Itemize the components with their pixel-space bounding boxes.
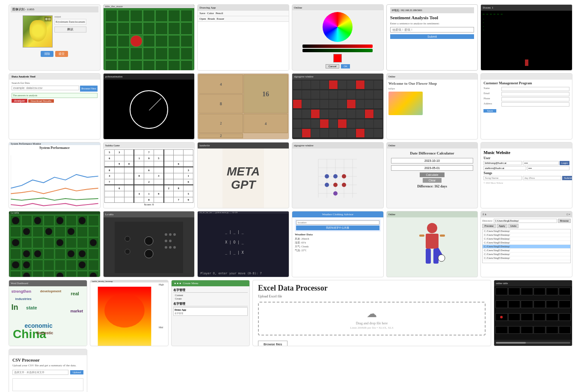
calculate-button[interactable]: Calculate bbox=[420, 172, 444, 177]
sudoku-cell[interactable] bbox=[174, 167, 184, 173]
sudoku-cell[interactable] bbox=[104, 185, 114, 191]
sudoku-cell[interactable] bbox=[124, 167, 134, 173]
sudoku-cell[interactable]: 3 bbox=[114, 150, 124, 155]
sudoku-cell[interactable] bbox=[174, 191, 184, 197]
drawing-canvas[interactable] bbox=[198, 22, 289, 70]
analyze-button[interactable]: Analyze bbox=[12, 99, 27, 103]
file-path-input[interactable] bbox=[12, 86, 79, 90]
sudoku-cell[interactable]: 9 bbox=[114, 161, 124, 167]
excel-drop-area[interactable]: ☁ Drag and drop file here Limit 200MB pe… bbox=[258, 302, 486, 336]
sudoku-cell[interactable] bbox=[164, 173, 174, 179]
download-button[interactable]: Download Results bbox=[28, 99, 54, 103]
sudoku-cell[interactable] bbox=[174, 150, 184, 155]
sudoku-cell[interactable] bbox=[114, 167, 124, 173]
sudoku-cell[interactable] bbox=[184, 155, 193, 161]
apply-button[interactable]: Apply bbox=[497, 224, 507, 228]
cancel-button[interactable]: Cancel bbox=[326, 64, 340, 68]
browse-button[interactable]: Browse Files bbox=[80, 86, 97, 92]
sudoku-cell[interactable]: 6 bbox=[184, 179, 193, 185]
file-item[interactable]: C:/Users/SingE/Desktop/ bbox=[483, 241, 570, 245]
sudoku-cell[interactable] bbox=[104, 191, 114, 197]
sudoku-cell[interactable] bbox=[114, 197, 124, 202]
file-item[interactable]: C:/Users/SingE/Desktop/ bbox=[483, 237, 570, 241]
sudoku-cell[interactable] bbox=[164, 191, 174, 197]
sudoku-cell[interactable]: 5 bbox=[184, 191, 193, 197]
location-input[interactable] bbox=[296, 220, 379, 225]
file-item[interactable]: C:/Users/SingE/Desktop/ bbox=[483, 249, 570, 252]
sudoku-cell[interactable]: 7 bbox=[104, 179, 114, 185]
sudoku-cell[interactable] bbox=[154, 197, 163, 202]
green-slider[interactable] bbox=[302, 49, 373, 52]
save-customer-button[interactable]: Save bbox=[483, 109, 496, 113]
file-item[interactable]: C:/Users/SingE/Desktop/ bbox=[483, 256, 570, 260]
browse-button[interactable]: Browse bbox=[558, 219, 571, 223]
submit-button[interactable]: 提交 bbox=[55, 51, 68, 57]
sudoku-cell[interactable] bbox=[164, 167, 174, 173]
sudoku-cell[interactable] bbox=[124, 191, 134, 197]
sudoku-cell[interactable] bbox=[164, 179, 174, 185]
sudoku-cell[interactable] bbox=[164, 197, 174, 202]
sudoku-cell[interactable]: 3 bbox=[184, 167, 193, 173]
artist-input[interactable] bbox=[523, 176, 561, 180]
user1-email[interactable] bbox=[483, 161, 522, 165]
undo-button[interactable]: Undo bbox=[508, 224, 519, 228]
sudoku-cell[interactable] bbox=[154, 161, 163, 167]
sudoku-cell[interactable] bbox=[154, 150, 163, 155]
user2-email[interactable] bbox=[483, 166, 526, 170]
sudoku-cell[interactable]: 3 bbox=[154, 173, 163, 179]
sudoku-cell[interactable]: 8 bbox=[144, 197, 154, 202]
clear-button[interactable]: Clear bbox=[423, 178, 442, 183]
sudoku-cell[interactable] bbox=[124, 179, 134, 185]
sudoku-cell[interactable]: 7 bbox=[174, 197, 184, 202]
menu-item-create[interactable]: Create bbox=[173, 297, 248, 300]
email-input[interactable] bbox=[501, 92, 569, 96]
sudoku-cell[interactable]: 6 bbox=[144, 167, 154, 173]
sudoku-cell[interactable]: 1 bbox=[134, 155, 144, 161]
sudoku-cell[interactable]: 6 bbox=[174, 161, 184, 167]
sudoku-cell[interactable]: 8 bbox=[124, 161, 134, 167]
sudoku-cell[interactable]: 8 bbox=[174, 185, 184, 191]
sudoku-cell[interactable] bbox=[144, 185, 154, 191]
sudoku-cell[interactable] bbox=[134, 161, 144, 167]
csv-file-input[interactable] bbox=[12, 370, 68, 375]
file-item-selected[interactable]: C:/Users/SingE/Desktop/ bbox=[483, 245, 570, 249]
sudoku-cell[interactable] bbox=[104, 197, 114, 202]
sudoku-cell[interactable]: 9 bbox=[154, 191, 163, 197]
sudoku-cell[interactable] bbox=[124, 155, 134, 161]
sudoku-cell[interactable]: 1 bbox=[184, 173, 193, 179]
phone-input[interactable] bbox=[501, 97, 569, 101]
sudoku-cell[interactable]: 7 bbox=[144, 150, 154, 155]
sudoku-cell[interactable] bbox=[164, 150, 174, 155]
sudoku-cell[interactable]: 4 bbox=[104, 173, 114, 179]
sudoku-cell[interactable] bbox=[114, 173, 124, 179]
sudoku-cell[interactable] bbox=[114, 179, 124, 185]
ok-button[interactable]: OK bbox=[341, 64, 350, 68]
sudoku-cell[interactable]: 1 bbox=[144, 191, 154, 197]
sudoku-cell[interactable] bbox=[124, 185, 134, 191]
date1-input[interactable] bbox=[391, 158, 474, 163]
sudoku-cell[interactable]: 2 bbox=[144, 179, 154, 185]
sudoku-cell[interactable] bbox=[134, 185, 144, 191]
sudoku-cell[interactable]: 2 bbox=[164, 185, 174, 191]
date2-input[interactable] bbox=[391, 165, 474, 171]
sudoku-cell[interactable] bbox=[134, 179, 144, 185]
file-item[interactable]: C:/Users/SingE/Desktop/ bbox=[483, 233, 570, 237]
submit-song-button[interactable]: Submit bbox=[562, 176, 572, 180]
sudoku-cell[interactable] bbox=[124, 197, 134, 202]
sudoku-cell[interactable]: 8 bbox=[104, 167, 114, 173]
user1-pass[interactable] bbox=[523, 161, 559, 165]
sudoku-cell[interactable] bbox=[134, 167, 144, 173]
sudoku-cell[interactable] bbox=[184, 150, 193, 155]
sudoku-cell[interactable]: 8 bbox=[134, 173, 144, 179]
browse-files-button[interactable]: Browse files bbox=[258, 341, 288, 346]
file-item[interactable]: C:/Users/SingE/Desktop/ bbox=[483, 229, 570, 233]
sudoku-cell[interactable] bbox=[174, 173, 184, 179]
csv-upload-button[interactable]: Upload bbox=[70, 370, 83, 374]
sudoku-cell[interactable]: 5 bbox=[104, 150, 114, 155]
color-wheel[interactable] bbox=[323, 12, 353, 42]
sudoku-cell[interactable] bbox=[144, 161, 154, 167]
sudoku-cell[interactable] bbox=[184, 185, 193, 191]
sentiment-submit-button[interactable]: Submit bbox=[390, 34, 474, 39]
sudoku-cell[interactable]: 6 bbox=[104, 155, 114, 161]
sudoku-cell[interactable]: 6 bbox=[114, 185, 124, 191]
